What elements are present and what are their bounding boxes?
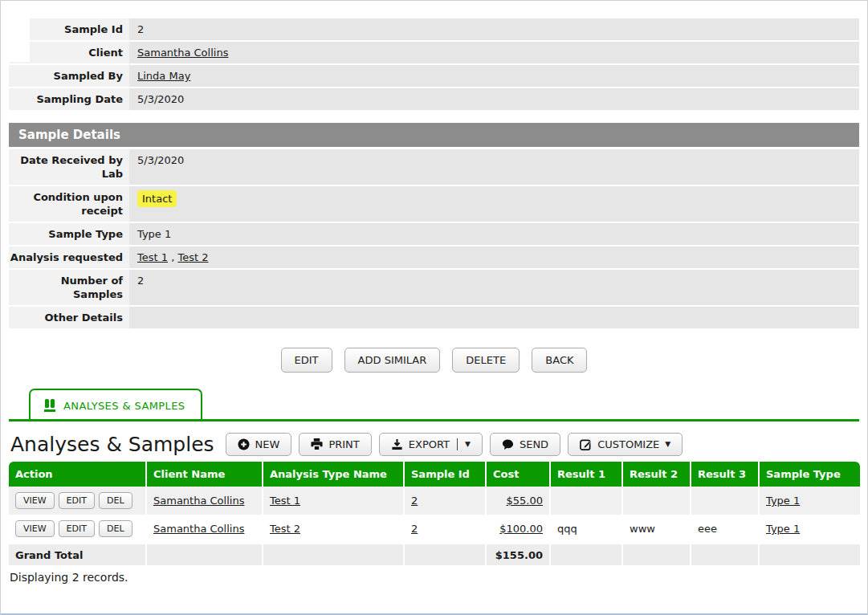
field-row-client: Client Samantha Collins	[9, 42, 859, 63]
edit-row-button[interactable]: EDIT	[59, 492, 95, 509]
printer-icon	[311, 438, 323, 450]
caret-down-icon[interactable]: ▼	[665, 441, 670, 448]
field-label: Analysis requested	[9, 246, 129, 268]
export-button[interactable]: EXPORT ▼	[379, 433, 483, 456]
record-count: Displaying 2 records.	[9, 565, 859, 589]
test-tubes-icon	[43, 399, 56, 412]
result-2-cell: www	[623, 515, 691, 543]
sample-type-link[interactable]: Type 1	[766, 523, 800, 535]
print-button[interactable]: PRINT	[299, 433, 371, 456]
result-2-cell	[623, 487, 691, 515]
field-label: Number of Samples	[9, 270, 129, 305]
condition-badge: Intact	[137, 190, 177, 207]
delete-button[interactable]: DELETE	[452, 348, 520, 373]
field-row-sampling-date: Sampling Date 5/3/2020	[9, 88, 859, 110]
edit-button[interactable]: EDIT	[281, 348, 332, 373]
sample-id-link[interactable]: 2	[411, 495, 418, 507]
edit-icon	[580, 438, 592, 450]
result-3-cell	[691, 487, 760, 515]
field-row-condition: Condition upon receipt Intact	[9, 186, 859, 222]
cost-cell: $55.00	[487, 487, 551, 515]
customize-button[interactable]: CUSTOMIZE ▼	[568, 433, 683, 456]
analysis-type-link[interactable]: Test 1	[270, 495, 300, 507]
grid-toolbar: NEW PRINT EXPORT ▼ SEND	[226, 433, 683, 456]
sample-id-link[interactable]: 2	[411, 523, 418, 535]
action-cell: VIEWEDITDEL	[9, 515, 147, 543]
field-label: Sample Type	[9, 223, 129, 245]
section-title: Sample Details	[9, 123, 859, 147]
cost-link[interactable]: $100.00	[499, 523, 543, 535]
field-row-other-details: Other Details	[9, 307, 859, 328]
sample-id-cell: 2	[405, 515, 487, 543]
result-1-cell: qqq	[551, 515, 623, 543]
table-header-row: Action Client Name Analysis Type Name Sa…	[9, 462, 860, 487]
tab-analyses-samples[interactable]: ANALYSES & SAMPLES	[29, 389, 202, 419]
col-result-3: Result 3	[691, 462, 760, 487]
add-similar-button[interactable]: ADD SIMILAR	[344, 348, 441, 373]
analysis-type-cell: Test 2	[263, 515, 405, 543]
field-value: Type 1	[129, 223, 859, 245]
table-row: VIEWEDITDEL Samantha Collins Test 1 2 $5…	[9, 487, 860, 515]
sample-type-link[interactable]: Type 1	[766, 495, 800, 507]
field-label: Condition upon receipt	[9, 186, 129, 222]
back-button[interactable]: BACK	[532, 348, 587, 373]
col-result-1: Result 1	[551, 462, 623, 487]
grand-total-cost: $155.00	[487, 543, 551, 565]
grid-header: Analyses & Samples NEW PRINT EXPORT	[9, 433, 859, 456]
client-name-cell: Samantha Collins	[147, 515, 263, 543]
field-value	[129, 307, 859, 328]
grand-total-label: Grand Total	[9, 543, 147, 565]
col-analysis-type-name: Analysis Type Name	[263, 462, 405, 487]
analysis-link-1[interactable]: Test 1	[137, 251, 168, 263]
client-link[interactable]: Samantha Collins	[153, 495, 244, 507]
table-row: VIEWEDITDEL Samantha Collins Test 2 2 $1…	[9, 515, 860, 543]
grid-title: Analyses & Samples	[10, 433, 214, 456]
button-label: CUSTOMIZE	[597, 438, 659, 450]
result-3-cell: eee	[691, 515, 760, 543]
button-label: SEND	[520, 438, 548, 450]
caret-down-icon[interactable]: ▼	[465, 441, 471, 448]
client-link[interactable]: Samantha Collins	[137, 47, 228, 59]
analysis-type-link[interactable]: Test 2	[270, 523, 300, 535]
col-result-2: Result 2	[623, 462, 691, 487]
plus-circle-icon	[238, 438, 250, 450]
field-value: Test 1 , Test 2	[129, 246, 859, 268]
new-button[interactable]: NEW	[226, 433, 292, 456]
field-value: 5/3/2020	[129, 149, 859, 185]
edit-row-button[interactable]: EDIT	[59, 520, 95, 537]
field-row-date-received: Date Received by Lab 5/3/2020	[9, 149, 859, 185]
del-button[interactable]: DEL	[99, 520, 132, 537]
view-button[interactable]: VIEW	[15, 492, 55, 509]
send-button[interactable]: SEND	[490, 433, 560, 456]
field-value: 2	[129, 18, 859, 40]
tab-label: ANALYSES & SAMPLES	[63, 400, 185, 412]
field-value: Linda May	[129, 65, 859, 87]
view-button[interactable]: VIEW	[15, 520, 55, 537]
sampled-by-link[interactable]: Linda May	[137, 70, 190, 82]
analysis-link-2[interactable]: Test 2	[177, 251, 208, 263]
summary-left-notch	[9, 18, 30, 62]
analyses-table: Action Client Name Analysis Type Name Sa…	[9, 462, 860, 565]
cost-link[interactable]: $55.00	[507, 495, 544, 507]
col-cost: Cost	[487, 462, 551, 487]
page-content: Sample Id 2 Client Samantha Collins Samp…	[1, 1, 867, 589]
col-sample-type: Sample Type	[760, 462, 860, 487]
tab-bar: ANALYSES & SAMPLES	[9, 389, 859, 422]
sample-summary: Sample Id 2 Client Samantha Collins Samp…	[9, 18, 859, 110]
field-label: Sampling Date	[9, 88, 129, 110]
analysis-type-cell: Test 1	[263, 487, 405, 515]
field-value: 2	[129, 270, 859, 305]
client-link[interactable]: Samantha Collins	[153, 523, 244, 535]
button-label: PRINT	[328, 438, 359, 450]
del-button[interactable]: DEL	[99, 492, 132, 509]
sample-type-cell: Type 1	[760, 487, 860, 515]
sample-id-cell: 2	[405, 487, 487, 515]
button-divider	[457, 438, 458, 450]
field-label: Sampled By	[9, 65, 129, 87]
field-value: Intact	[129, 186, 859, 222]
field-row-sample-type: Sample Type Type 1	[9, 223, 859, 245]
speech-bubble-icon	[502, 438, 514, 450]
button-label: NEW	[255, 438, 280, 450]
field-value: Samantha Collins	[129, 42, 859, 63]
field-label: Other Details	[9, 307, 129, 328]
